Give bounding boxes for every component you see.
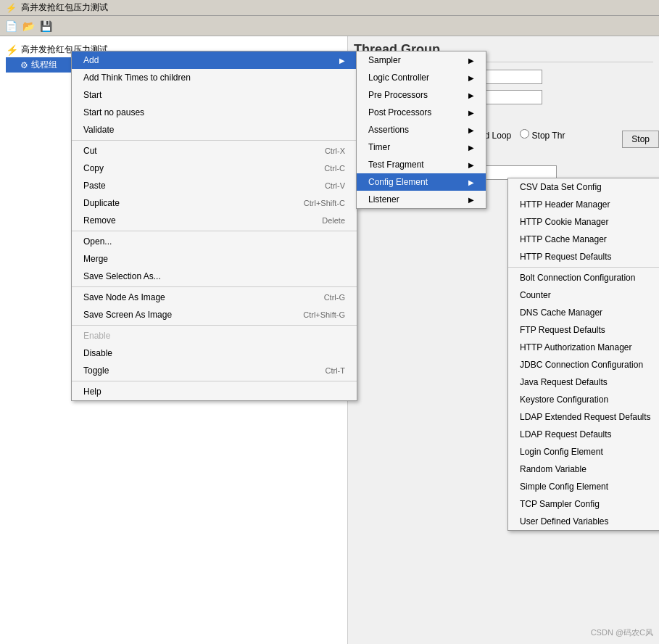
menu-item-copy[interactable]: Copy Ctrl-C xyxy=(72,160,357,177)
menu-item-save-node-image[interactable]: Save Node As Image Ctrl-G xyxy=(72,289,357,306)
paste-label: Paste xyxy=(83,181,106,191)
config-http-cache[interactable]: HTTP Cache Manager xyxy=(508,231,659,248)
menu-item-enable: Enable xyxy=(72,327,357,344)
config-ldap-extended[interactable]: LDAP Extended Request Defaults xyxy=(508,408,659,426)
menu-item-open[interactable]: Open... xyxy=(72,233,357,250)
start-label: Start xyxy=(83,90,101,100)
pre-arrow: ▶ xyxy=(468,91,474,99)
jdbc-label: JDBC Connection Configuration xyxy=(520,360,643,370)
tcp-sampler-label: TCP Sampler Config xyxy=(520,499,600,509)
submenu-sampler[interactable]: Sampler ▶ xyxy=(357,51,486,69)
config-random-var[interactable]: Random Variable xyxy=(508,461,659,478)
menu-item-validate[interactable]: Validate xyxy=(72,121,357,139)
toggle-shortcut: Ctrl-T xyxy=(326,366,346,375)
save-button[interactable]: 💾 xyxy=(38,18,54,34)
login-label: Login Config Element xyxy=(520,447,603,457)
submenu-listener[interactable]: Listener ▶ xyxy=(357,191,486,208)
logic-controller-label: Logic Controller xyxy=(368,73,429,83)
menu-item-help[interactable]: Help xyxy=(72,383,357,400)
new-button[interactable]: 📄 xyxy=(3,18,19,34)
assertions-label: Assertions xyxy=(368,125,409,135)
submenu-assertions[interactable]: Assertions ▶ xyxy=(357,121,486,139)
help-label: Help xyxy=(83,387,101,397)
menu-item-start[interactable]: Start xyxy=(72,86,357,104)
tree-thread-label: 线程组 xyxy=(31,59,57,71)
java-defaults-label: Java Request Defaults xyxy=(520,377,608,387)
stop-button[interactable]: Stop xyxy=(622,131,659,148)
menu-item-merge[interactable]: Merge xyxy=(72,250,357,268)
title-bar: ⚡ 高并发抢红包压力测试 xyxy=(0,0,659,16)
ftp-label: FTP Request Defaults xyxy=(520,325,605,335)
bolt-label: Bolt Connection Configuration xyxy=(520,273,635,283)
menu-item-save-selection[interactable]: Save Selection As... xyxy=(72,268,357,285)
test-frag-arrow: ▶ xyxy=(468,161,474,169)
submenu-pre-processors[interactable]: Pre Processors ▶ xyxy=(357,86,486,104)
config-http-defaults[interactable]: HTTP Request Defaults xyxy=(508,248,659,265)
menu-item-toggle[interactable]: Toggle Ctrl-T xyxy=(72,362,357,379)
config-user-vars[interactable]: User Defined Variables xyxy=(508,513,659,530)
menu-item-start-no-pauses[interactable]: Start no pauses xyxy=(72,104,357,121)
submenu-timer[interactable]: Timer ▶ xyxy=(357,139,486,156)
config-counter[interactable]: Counter xyxy=(508,286,659,304)
config-dns[interactable]: DNS Cache Manager xyxy=(508,304,659,321)
config-simple[interactable]: Simple Config Element xyxy=(508,478,659,495)
remove-shortcut: Delete xyxy=(322,216,345,225)
logic-arrow: ▶ xyxy=(468,74,474,82)
ldap-extended-label: LDAP Extended Request Defaults xyxy=(520,412,651,422)
stop-thr-option[interactable]: Stop Thr xyxy=(520,129,565,141)
menu-item-remove[interactable]: Remove Delete xyxy=(72,212,357,229)
config-ldap[interactable]: LDAP Request Defaults xyxy=(508,426,659,443)
toolbar: 📄 📂 💾 xyxy=(0,16,659,36)
config-ftp[interactable]: FTP Request Defaults xyxy=(508,321,659,339)
keystore-label: Keystore Configuration xyxy=(520,395,608,405)
simple-label: Simple Config Element xyxy=(520,482,608,492)
copy-shortcut: Ctrl-C xyxy=(324,164,345,173)
assertions-arrow: ▶ xyxy=(468,126,474,134)
context-menu: Add ▶ Add Think Times to children Start … xyxy=(71,51,357,401)
menu-item-add[interactable]: Add ▶ xyxy=(72,51,357,69)
paste-shortcut: Ctrl-V xyxy=(325,181,345,190)
config-csv[interactable]: CSV Data Set Config xyxy=(508,178,659,196)
add-submenu: Sampler ▶ Logic Controller ▶ Pre Process… xyxy=(356,51,486,209)
duplicate-label: Duplicate xyxy=(83,198,120,208)
menu-item-paste[interactable]: Paste Ctrl-V xyxy=(72,177,357,194)
listener-label: Listener xyxy=(368,194,399,205)
submenu-logic-controller[interactable]: Logic Controller ▶ xyxy=(357,69,486,86)
submenu-test-fragment[interactable]: Test Fragment ▶ xyxy=(357,156,486,173)
dns-label: DNS Cache Manager xyxy=(520,307,602,318)
validate-label: Validate xyxy=(83,125,114,135)
config-tcp-sampler[interactable]: TCP Sampler Config xyxy=(508,495,659,513)
menu-item-cut[interactable]: Cut Ctrl-X xyxy=(72,142,357,160)
config-jdbc[interactable]: JDBC Connection Configuration xyxy=(508,356,659,373)
csv-label: CSV Data Set Config xyxy=(520,182,602,192)
submenu-config-element[interactable]: Config Element ▶ xyxy=(357,173,486,191)
merge-label: Merge xyxy=(83,254,108,264)
sampler-label: Sampler xyxy=(368,55,401,65)
start-no-pauses-label: Start no pauses xyxy=(83,107,144,117)
menu-item-add-think-times[interactable]: Add Think Times to children xyxy=(72,69,357,86)
menu-item-duplicate[interactable]: Duplicate Ctrl+Shift-C xyxy=(72,194,357,212)
timer-label: Timer xyxy=(368,142,390,152)
config-http-header[interactable]: HTTP Header Manager xyxy=(508,196,659,213)
config-java-defaults[interactable]: Java Request Defaults xyxy=(508,373,659,391)
tree-root-icon: ⚡ xyxy=(6,44,18,56)
config-http-auth[interactable]: HTTP Authorization Manager xyxy=(508,339,659,356)
sampler-arrow: ▶ xyxy=(468,57,474,65)
menu-item-save-screen-image[interactable]: Save Screen As Image Ctrl+Shift-G xyxy=(72,306,357,323)
config-keystore[interactable]: Keystore Configuration xyxy=(508,391,659,408)
config-http-cookie[interactable]: HTTP Cookie Manager xyxy=(508,213,659,231)
title-icon: ⚡ xyxy=(6,3,17,13)
open-button[interactable]: 📂 xyxy=(20,18,36,34)
config-login[interactable]: Login Config Element xyxy=(508,443,659,461)
save-screen-shortcut: Ctrl+Shift-G xyxy=(303,310,345,319)
http-defaults-label: HTTP Request Defaults xyxy=(520,252,612,262)
config-bolt[interactable]: Bolt Connection Configuration xyxy=(508,269,659,286)
open-label: Open... xyxy=(83,236,112,247)
config-arrow: ▶ xyxy=(468,178,474,186)
menu-item-disable[interactable]: Disable xyxy=(72,344,357,362)
submenu-post-processors[interactable]: Post Processors ▶ xyxy=(357,104,486,121)
separator-2 xyxy=(72,231,357,231)
duplicate-shortcut: Ctrl+Shift-C xyxy=(304,199,345,207)
pre-processors-label: Pre Processors xyxy=(368,90,428,100)
http-cache-label: HTTP Cache Manager xyxy=(520,234,607,244)
